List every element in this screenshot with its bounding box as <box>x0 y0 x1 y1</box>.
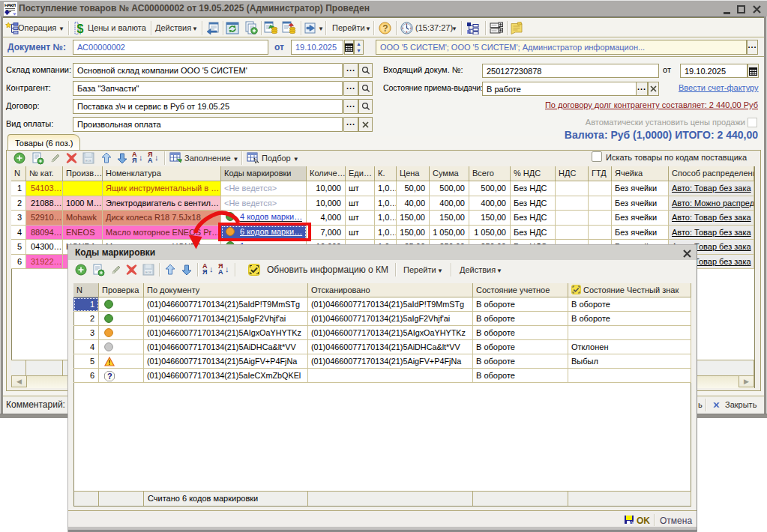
svg-text:ЕОК: ЕОК <box>85 159 92 163</box>
svg-text:$: $ <box>77 22 84 35</box>
svg-text:OK: OK <box>630 521 634 525</box>
svg-text:НАКЛ: НАКЛ <box>4 2 16 7</box>
svg-text:?: ? <box>107 372 112 381</box>
svg-text:?: ? <box>382 23 388 34</box>
svg-text:ЕОК: ЕОК <box>145 270 152 274</box>
